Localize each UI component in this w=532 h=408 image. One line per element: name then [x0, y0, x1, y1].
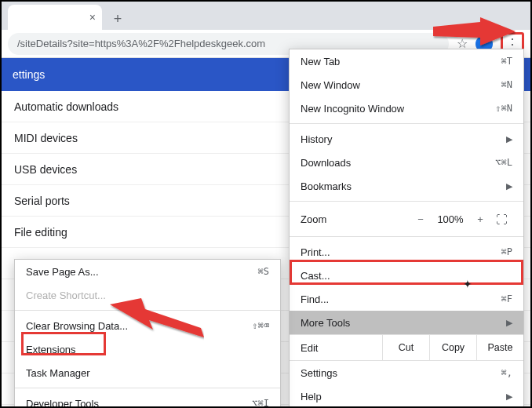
new-tab-button[interactable]: + [107, 8, 129, 30]
menu-item-accelerator: ⇧⌘⌫ [252, 320, 269, 331]
menu-separator [290, 123, 523, 124]
zoom-in-button[interactable]: + [470, 213, 490, 225]
edit-cut-button[interactable]: Cut [382, 335, 429, 360]
menu-item-label: Bookmarks [301, 180, 352, 192]
browser-tab[interactable]: × [8, 5, 102, 30]
menu-edit-row: Edit Cut Copy Paste [290, 334, 523, 361]
menu-item-accelerator: ⌥⌘L [495, 157, 512, 168]
menu-item-label: Extensions [26, 344, 76, 355]
menu-item-label: Find... [301, 293, 329, 305]
more-tools-submenu: Save Page As... ⌘S Create Shortcut... Cl… [14, 259, 281, 408]
menu-item-label: Developer Tools [26, 398, 99, 409]
menu-item-label: More Tools [301, 317, 350, 329]
menu-new-window[interactable]: New Window ⌘N [290, 73, 523, 97]
menu-print[interactable]: Print... ⌘P [290, 240, 523, 264]
menu-item-label: Clear Browsing Data... [26, 320, 128, 332]
menu-separator [15, 388, 280, 388]
zoom-value: 100% [431, 213, 470, 225]
menu-item-label: Help [301, 391, 322, 403]
menu-bookmarks[interactable]: Bookmarks ▶ [290, 174, 523, 198]
menu-item-label: Save Page As... [26, 266, 99, 278]
address-text: /siteDetails?site=https%3A%2F%2Fhelpdesk… [17, 38, 265, 49]
submenu-clear-browsing-data[interactable]: Clear Browsing Data... ⇧⌘⌫ [15, 314, 280, 337]
close-tab-icon[interactable]: × [89, 11, 96, 24]
zoom-label: Zoom [301, 213, 410, 225]
menu-item-label: New Tab [301, 56, 340, 67]
edit-label: Edit [290, 335, 382, 360]
menu-downloads[interactable]: Downloads ⌥⌘L [290, 151, 523, 174]
tab-strip: × + [2, 2, 530, 30]
menu-item-label: Print... [301, 246, 330, 258]
menu-item-label: Downloads [301, 157, 351, 169]
menu-item-accelerator: ⌘S [258, 266, 269, 277]
menu-more-tools[interactable]: More Tools ▶ [290, 311, 523, 334]
menu-find[interactable]: Find... ⌘F [290, 287, 523, 311]
menu-item-label: New Incognito Window [301, 103, 404, 115]
menu-new-incognito[interactable]: New Incognito Window ⇧⌘N [290, 97, 523, 120]
menu-item-label: New Window [301, 79, 360, 91]
menu-settings[interactable]: Settings ⌘, [290, 361, 523, 384]
submenu-extensions[interactable]: Extensions [15, 337, 280, 361]
chrome-main-menu: New Tab ⌘T New Window ⌘N New Incognito W… [289, 49, 524, 408]
menu-item-label: Cast... [301, 270, 330, 282]
edit-copy-button[interactable]: Copy [429, 335, 476, 360]
settings-title: ettings [13, 68, 45, 81]
menu-item-accelerator: ⌘N [501, 79, 512, 90]
submenu-task-manager[interactable]: Task Manager [15, 361, 280, 384]
menu-zoom-row: Zoom − 100% + ⛶ [290, 205, 523, 233]
chevron-right-icon: ▶ [506, 134, 512, 144]
chevron-right-icon: ▶ [506, 181, 512, 191]
menu-history[interactable]: History ▶ [290, 127, 523, 151]
menu-separator [15, 310, 280, 311]
submenu-create-shortcut: Create Shortcut... [15, 283, 280, 307]
fullscreen-icon[interactable]: ⛶ [490, 213, 512, 226]
menu-item-accelerator: ⌘P [501, 246, 512, 257]
menu-new-tab[interactable]: New Tab ⌘T [290, 49, 523, 73]
menu-item-accelerator: ⌘, [501, 367, 512, 378]
menu-item-accelerator: ⌥⌘I [252, 398, 269, 408]
menu-separator [290, 201, 523, 202]
menu-item-label: Create Shortcut... [26, 290, 106, 301]
menu-cast[interactable]: Cast... [290, 264, 523, 287]
chevron-right-icon: ▶ [506, 318, 512, 328]
menu-item-accelerator: ⌘T [501, 56, 512, 67]
menu-separator [290, 236, 523, 237]
submenu-save-page[interactable]: Save Page As... ⌘S [15, 260, 280, 283]
submenu-developer-tools[interactable]: Developer Tools ⌥⌘I [15, 392, 280, 408]
menu-help[interactable]: Help ▶ [290, 384, 523, 408]
chevron-right-icon: ▶ [506, 392, 512, 402]
menu-item-accelerator: ⌘F [501, 293, 512, 304]
menu-item-label: Settings [301, 367, 337, 379]
menu-item-label: History [301, 133, 332, 145]
menu-item-label: Task Manager [26, 367, 90, 379]
zoom-out-button[interactable]: − [410, 213, 431, 225]
menu-item-accelerator: ⇧⌘N [495, 103, 512, 114]
edit-paste-button[interactable]: Paste [476, 335, 523, 360]
